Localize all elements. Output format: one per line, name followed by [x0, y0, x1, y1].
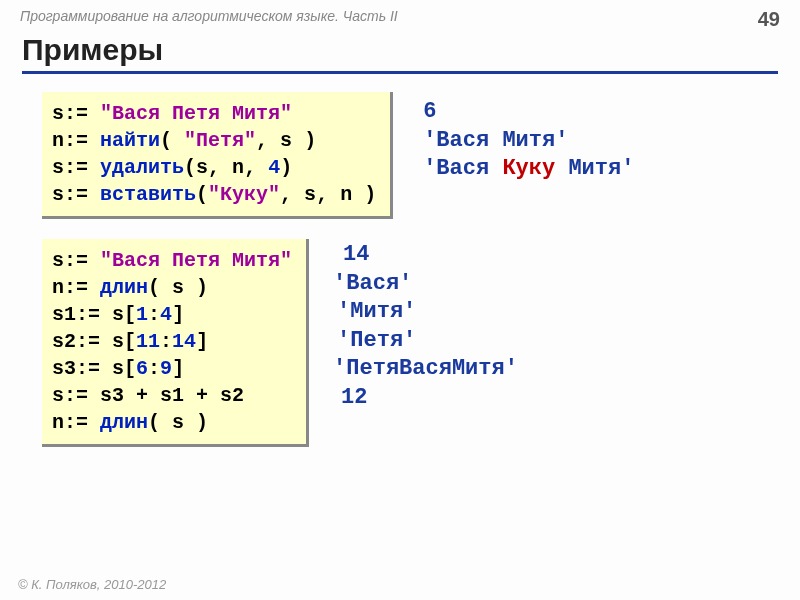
slide-title: Примеры [22, 33, 778, 67]
example-2: s:= "Вася Петя Митя" n:= длин( s ) s1:= … [42, 239, 778, 447]
code-block-2: s:= "Вася Петя Митя" n:= длин( s ) s1:= … [42, 239, 309, 447]
results-2: 14 'Вася' 'Митя' 'Петя' 'ПетяВасяМитя' 1… [333, 239, 518, 413]
code-block-1: s:= "Вася Петя Митя" n:= найти( "Петя", … [42, 92, 393, 219]
example-1: s:= "Вася Петя Митя" n:= найти( "Петя", … [42, 92, 778, 219]
title-rule: Примеры [22, 33, 778, 74]
footer-copyright: © К. Поляков, 2010-2012 [18, 577, 166, 592]
result-line: 'Митя' [333, 298, 518, 327]
page-number: 49 [758, 8, 780, 31]
result-line: 'ПетяВасяМитя' [333, 355, 518, 384]
result-line: 'Петя' [333, 327, 518, 356]
course-title: Программирование на алгоритмическом язык… [20, 8, 398, 31]
slide-header: Программирование на алгоритмическом язык… [0, 0, 800, 33]
result-line: 'Вася Куку Митя' [423, 155, 634, 184]
result-line: 14 [333, 241, 518, 270]
result-line: 6 [423, 98, 634, 127]
result-line: 'Вася' [333, 270, 518, 299]
results-1: 6 'Вася Митя' 'Вася Куку Митя' [423, 92, 634, 184]
result-line: 'Вася Митя' [423, 127, 634, 156]
result-line: 12 [333, 384, 518, 413]
